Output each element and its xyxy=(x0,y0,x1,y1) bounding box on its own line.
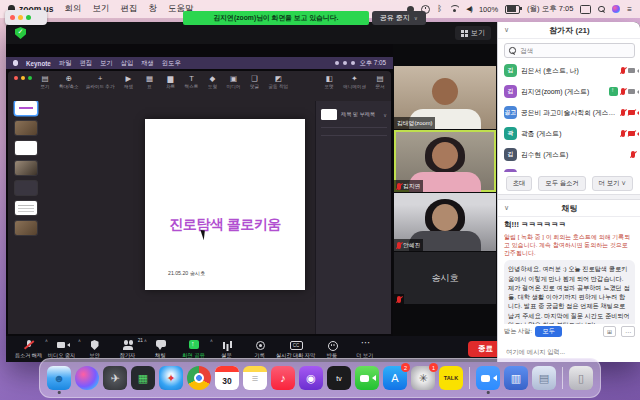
dock-icon-trash[interactable]: ▯ xyxy=(569,366,593,390)
dock-icon-music[interactable]: ♪ xyxy=(271,366,295,390)
view-button[interactable]: 보기 xyxy=(455,26,491,40)
slide-thumbnail[interactable] xyxy=(15,201,37,215)
file-attach-button[interactable]: ⊞ xyxy=(603,326,616,337)
slide-thumbnail[interactable] xyxy=(15,181,37,195)
dock-icon-library[interactable]: ▥ xyxy=(504,366,528,390)
dock-icon-launchpad[interactable]: ✈ xyxy=(103,366,127,390)
keynote-toolbar-button[interactable]: ▶ 재생 xyxy=(122,75,136,89)
wifi-icon[interactable] xyxy=(449,5,459,13)
slide-thumbnail[interactable] xyxy=(15,141,37,155)
participant-search[interactable] xyxy=(504,43,635,58)
dock-icon-mission-control[interactable]: ▦ xyxy=(131,366,155,390)
bluetooth-icon[interactable]: ᛒ xyxy=(437,5,442,13)
dock-icon-apple-tv[interactable]: tv xyxy=(327,366,351,390)
cam-icon xyxy=(628,89,635,94)
keynote-toolbar-button[interactable]: ▣ 미디어 xyxy=(227,75,241,89)
dock-icon-pictures-folder[interactable]: ▤ xyxy=(532,366,556,390)
keynote-toolbar-button[interactable]: ◆ 도형 xyxy=(206,75,220,89)
slide-thumbnail[interactable] xyxy=(15,161,37,175)
participant-row[interactable]: 김 김수현 (게스트) xyxy=(498,144,640,165)
volume-icon[interactable]: ◀) xyxy=(466,5,472,13)
remote-menu-item: 재생 xyxy=(141,59,154,68)
share-toolbar-window xyxy=(5,10,47,25)
toolbar-label: 슬라이드 추가 xyxy=(86,84,115,89)
slide-thumbnail[interactable] xyxy=(15,221,37,235)
minimize-window-button[interactable] xyxy=(18,15,23,20)
meeting-main-area: 보기 Keynote 파일편집보기삽입재생윈도우 오후 7:05 xyxy=(6,22,497,362)
chevron-down-icon: ∨ xyxy=(383,112,387,118)
keynote-toolbar-button[interactable]: ▦ 표 xyxy=(143,75,157,89)
mic-off-icon xyxy=(631,151,635,158)
security-shield-icon[interactable] xyxy=(15,27,26,39)
slide-title: 진로탐색 콜로키움 xyxy=(145,216,305,234)
keynote-toolbar-button[interactable]: ❑ 댓글 xyxy=(248,75,262,89)
close-window-button[interactable] xyxy=(10,15,15,20)
participant-name: 김태영(zoom) xyxy=(397,119,432,128)
participant-video-tile[interactable]: 송시호 xyxy=(394,252,496,304)
menu-item[interactable]: 창 xyxy=(148,3,157,15)
control-center-icon[interactable]: ≡ xyxy=(627,5,632,14)
stop-share-button[interactable]: 공유 중지 ∨ xyxy=(372,11,426,25)
siri-icon[interactable] xyxy=(612,5,620,13)
dock-icon-facetime[interactable] xyxy=(355,366,379,390)
collapse-participants-button[interactable]: ∨ xyxy=(504,26,509,34)
slide-thumbnail[interactable] xyxy=(15,101,37,115)
collapse-chat-button[interactable]: ∨ xyxy=(504,204,509,212)
slide-layout-row[interactable]: 제목 및 부제목 ∨ xyxy=(321,109,387,120)
dock-icon-chrome[interactable] xyxy=(187,366,211,390)
recipient-select[interactable]: 모두 xyxy=(535,326,561,337)
slide-thumbnail[interactable] xyxy=(15,121,37,135)
keynote-toolbar-button[interactable]: ▤ 문서 xyxy=(373,75,387,89)
participants-action-button[interactable]: 더 보기 ∨ xyxy=(592,176,634,191)
menu-item[interactable]: 보기 xyxy=(92,3,109,15)
keynote-traffic-lights xyxy=(14,76,32,80)
dock-icon-finder[interactable]: ☻ xyxy=(47,366,71,390)
keynote-toolbar-button[interactable]: ⊕ 확대/축소 xyxy=(59,75,79,89)
keynote-toolbar-button[interactable]: ✦ 애니메이션 xyxy=(343,75,366,89)
toolbar-glyph-icon: ▆ xyxy=(168,75,174,83)
keynote-toolbar-button[interactable]: ◩ 공동 작업 xyxy=(269,75,289,89)
notification-badge: 1 xyxy=(429,363,438,372)
keynote-toolbar-button[interactable]: T 텍스트 xyxy=(185,75,199,89)
participant-name: 공은비 과고미술사학회 (게스트) xyxy=(521,108,617,118)
keynote-toolbar-button[interactable]: + 슬라이드 추가 xyxy=(86,75,115,89)
dock-icon-zoom[interactable] xyxy=(476,366,500,390)
participant-video-tile[interactable]: 김태영(zoom) xyxy=(394,66,496,129)
share-icon xyxy=(609,87,618,96)
dock-icon-app-store[interactable]: A2 xyxy=(383,366,407,390)
participant-row[interactable]: 곽 곽충 (게스트) xyxy=(498,123,640,144)
participant-row[interactable]: 과고 과고미술사학회 (게스트) xyxy=(498,165,640,172)
menu-item[interactable]: 편집 xyxy=(120,3,137,15)
display-icon[interactable] xyxy=(580,5,591,14)
dock-icon-system-preferences[interactable]: ✳1 xyxy=(411,366,435,390)
participant-name-placeholder: 송시호 xyxy=(394,252,496,304)
dock-icon-kakaotalk[interactable]: TALK xyxy=(439,366,463,390)
participant-video-tile[interactable]: 김지연 xyxy=(394,130,496,192)
participant-row[interactable]: 김 김지연(zoom) (게스트) xyxy=(498,81,640,102)
participant-video-tile[interactable]: 안혜진 xyxy=(394,193,496,251)
keynote-toolbar-button[interactable]: ◧ 포맷 xyxy=(322,75,336,89)
chat-more-button[interactable]: ⋯ xyxy=(621,326,635,337)
keynote-toolbar-button[interactable]: ▤ 보기 xyxy=(38,75,52,89)
chat-input[interactable] xyxy=(504,347,639,356)
participant-row[interactable]: 김 김은서 (호스트, 나) xyxy=(498,60,640,81)
menu-item[interactable]: 회의 xyxy=(64,3,81,15)
menu-bar-clock[interactable]: (월) 오후 7:05 xyxy=(527,4,573,14)
dock-icon-calendar[interactable]: 30 xyxy=(215,366,239,390)
toolbar-button-icon xyxy=(253,339,267,351)
participant-row[interactable]: 공고 공은비 과고미술사학회 (게스트) xyxy=(498,102,640,123)
participants-action-button[interactable]: 초대 xyxy=(506,176,533,191)
search-icon xyxy=(509,47,515,54)
dock-icon-notes[interactable]: ≡ xyxy=(243,366,267,390)
dock-icon-siri[interactable] xyxy=(75,366,99,390)
toolbar-button[interactable]: 음소거 해제 ∧ xyxy=(12,336,45,362)
search-input[interactable] xyxy=(518,46,630,55)
keynote-toolbar-button[interactable]: ▆ 차트 xyxy=(164,75,178,89)
spotlight-icon[interactable] xyxy=(598,6,605,13)
participants-action-button[interactable]: 모두 음소거 xyxy=(538,176,585,191)
participant-name: 김지연(zoom) (게스트) xyxy=(521,87,605,97)
dock-icon-podcasts[interactable]: ◉ xyxy=(299,366,323,390)
dock-icon-safari[interactable]: ✦ xyxy=(159,366,183,390)
toolbar-label: 포맷 xyxy=(324,84,333,89)
zoom-window-button[interactable] xyxy=(26,15,31,20)
